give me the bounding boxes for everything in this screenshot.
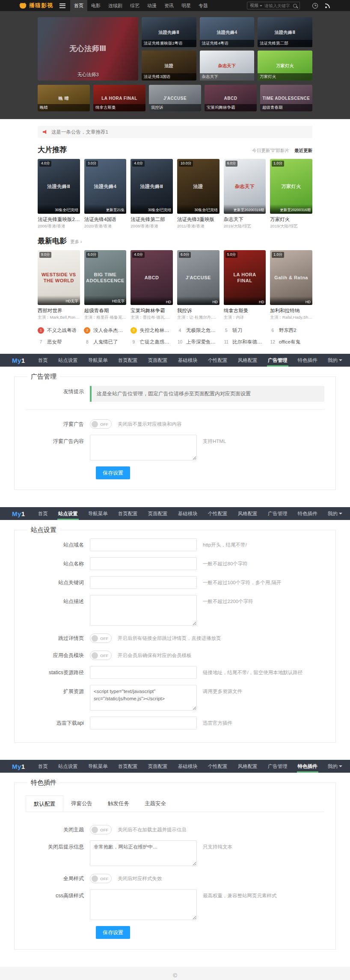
save-button[interactable]: 保存设置: [96, 466, 130, 479]
admin-nav-base-modules[interactable]: 基础模块: [178, 507, 198, 520]
admin-nav-home-config[interactable]: 首页配置: [118, 507, 138, 520]
admin-nav-ads[interactable]: 广告管理: [268, 760, 288, 773]
movie-card[interactable]: 3.0分法證先鋒4更新至21集 法证先锋4国语 2020/香港/香港: [84, 159, 127, 229]
menu-icon[interactable]: [59, 3, 65, 8]
admin-nav-home-config[interactable]: 首页配置: [118, 354, 138, 367]
statics-path-input[interactable]: [90, 666, 197, 679]
ranking-item[interactable]: 12office有鬼: [270, 339, 312, 345]
admin-nav-base-modules[interactable]: 基础模块: [178, 354, 198, 367]
admin-nav-personal-config[interactable]: 个性配置: [208, 354, 228, 367]
movie-card[interactable]: 4.0分法證先鋒Ⅱ30集全/已完结 法证先锋第二部 2008/香港/香港: [131, 159, 173, 229]
more-link[interactable]: 更多 ›: [70, 239, 82, 245]
movie-card[interactable]: 6.0分杂志天下更新至20200319期 杂志天下 2019/大陆/综艺: [224, 159, 266, 229]
nav-series[interactable]: 连续剧: [104, 0, 126, 11]
admin-nav-site-settings[interactable]: 站点设置: [58, 760, 78, 773]
search-icon[interactable]: [293, 4, 297, 8]
nav-news[interactable]: 资讯: [160, 0, 178, 11]
ranking-item[interactable]: 8人鬼情已了: [84, 339, 127, 345]
admin-nav-base-modules[interactable]: 基础模块: [178, 760, 198, 773]
movie-card[interactable]: 4.0分法證先鋒Ⅱ30集全/已完结 法证先锋重映版2粤语 2008/香港/香港: [38, 159, 80, 229]
search-channel-select[interactable]: 视频: [250, 3, 262, 9]
admin-logo[interactable]: My1: [12, 357, 25, 364]
admin-nav-plugins[interactable]: 特色插件: [298, 760, 317, 773]
ranking-item[interactable]: 6野东西2: [270, 327, 312, 334]
admin-nav-menu[interactable]: 导航菜单: [88, 354, 108, 367]
admin-user-menu[interactable]: 我的: [328, 760, 342, 773]
nav-movies[interactable]: 电影: [87, 0, 104, 11]
tab-popup-notice[interactable]: 弹窗公告: [63, 795, 100, 812]
site-logo-text[interactable]: 播猫影视: [29, 2, 53, 9]
strip-thumb[interactable]: J'ACCUSE我控诉: [149, 85, 201, 111]
hero-thumb[interactable]: 法證先鋒Ⅱ法证先锋第二部: [258, 17, 312, 47]
admin-nav-ads[interactable]: 广告管理: [268, 507, 288, 520]
nav-topics[interactable]: 专题: [195, 0, 212, 11]
tab-default-config[interactable]: 默认配置: [26, 795, 63, 812]
close-message-textarea[interactable]: 非常抱歉，网站正在维护中…: [90, 840, 197, 866]
hero-thumb[interactable]: 法證法证先锋3国语: [142, 51, 196, 81]
thunder-api-input[interactable]: [90, 717, 197, 729]
movie-card[interactable]: 1.0分万家灯火更新至20200316期 万家灯火 2019/大陆/综艺: [270, 159, 312, 229]
movie-card[interactable]: 6.0分J'ACCUSEHD 我控诉 主演：让·杜雅尔丹,路易·加瑞尔…: [177, 250, 219, 320]
site-description-textarea[interactable]: [90, 595, 197, 626]
hero-thumb[interactable]: 法證先鋒Ⅱ法证先锋重映版2粤语: [142, 17, 196, 47]
nav-variety[interactable]: 综艺: [126, 0, 143, 11]
admin-nav-style-config[interactable]: 风格配置: [238, 354, 258, 367]
movie-card[interactable]: 4.0分ABCDHD 宝莱坞舞林争霸 主演：普拉布·德瓦,Ganesh,Ach…: [131, 250, 173, 320]
strip-thumb[interactable]: TIME ADOLESCENCE超级青春期: [260, 85, 312, 111]
admin-nav-ads[interactable]: 广告管理: [268, 354, 288, 367]
ranking-item[interactable]: 4无极限之危情速递: [177, 327, 219, 334]
ranking-item[interactable]: 3失控之枪林弹雨: [131, 327, 173, 334]
admin-nav-personal-config[interactable]: 个性配置: [208, 760, 228, 773]
strip-thumb[interactable]: ABCD宝莱坞舞林争霸: [205, 85, 257, 111]
strip-thumb[interactable]: 晚 晴晚晴: [38, 85, 90, 111]
save-button[interactable]: 保存设置: [96, 926, 130, 939]
rss-icon[interactable]: [325, 3, 330, 9]
admin-logo[interactable]: My1: [12, 510, 25, 517]
movie-card[interactable]: 5.0分LA HORA FINALHD 缉拿古斯曼 主演：内详: [224, 250, 266, 320]
strip-thumb[interactable]: LA HORA FINAL缉拿古斯曼: [93, 85, 145, 111]
admin-nav-page-config[interactable]: 页面配置: [148, 354, 168, 367]
search-input[interactable]: [264, 3, 291, 8]
recent-update-link[interactable]: 最近更新: [294, 148, 312, 154]
admin-nav-style-config[interactable]: 风格配置: [238, 507, 258, 520]
admin-nav-page-config[interactable]: 页面配置: [148, 760, 168, 773]
css-style-textarea[interactable]: [90, 889, 197, 920]
tab-theme-security[interactable]: 主题安全: [137, 795, 174, 812]
admin-nav-style-config[interactable]: 风格配置: [238, 760, 258, 773]
admin-user-menu[interactable]: 我的: [328, 507, 342, 520]
nav-home[interactable]: 首页: [70, 0, 87, 11]
float-ad-toggle[interactable]: OFF: [90, 419, 112, 429]
site-keywords-input[interactable]: [90, 576, 197, 589]
tab-trigger-task[interactable]: 触发任务: [100, 795, 137, 812]
admin-nav-page-config[interactable]: 页面配置: [148, 507, 168, 520]
close-theme-toggle[interactable]: OFF: [90, 825, 112, 834]
site-domain-input[interactable]: [90, 538, 197, 551]
admin-nav-home[interactable]: 首页: [38, 507, 48, 520]
admin-nav-home-config[interactable]: 首页配置: [118, 760, 138, 773]
ranking-item[interactable]: 9亡徒之蛊惑人心: [131, 339, 173, 345]
site-name-input[interactable]: [90, 557, 197, 570]
admin-user-menu[interactable]: 我的: [328, 354, 342, 367]
movie-card[interactable]: 6.0分BIG TIME ADOLESCENCEHD无字 超级青春期 主演：格里…: [84, 250, 127, 320]
nav-stars[interactable]: 明星: [178, 0, 195, 11]
movie-card[interactable]: 10.0分法證30集全/已完结 法证先锋3重映版 2011/香港/香港: [177, 159, 219, 229]
hero-thumb[interactable]: 杂志天下杂志天下: [200, 51, 255, 81]
member-module-toggle[interactable]: OFF: [90, 651, 112, 660]
ranking-item[interactable]: 1不义之战粤语: [38, 327, 80, 334]
admin-nav-home[interactable]: 首页: [38, 760, 48, 773]
float-ad-content-textarea[interactable]: [90, 435, 197, 460]
notice-bar[interactable]: 这是一条公告，文章推荐1: [38, 126, 312, 138]
ranking-item[interactable]: 2没人会杀杰西卡: [84, 327, 127, 334]
movie-card[interactable]: 9.0分WESTSIDE VS THE WORLDHD无字 西部对世界 主演：M…: [38, 250, 80, 320]
history-clock-icon[interactable]: [312, 3, 318, 9]
hero-thumb[interactable]: 万家灯火万家灯火: [258, 51, 312, 81]
ranking-item[interactable]: 10上帝深爱鱼子酱: [177, 339, 219, 345]
admin-logo[interactable]: My1: [12, 763, 25, 770]
admin-nav-home[interactable]: 首页: [38, 354, 48, 367]
admin-nav-plugins[interactable]: 特色插件: [298, 507, 317, 520]
admin-nav-menu[interactable]: 导航菜单: [88, 507, 108, 520]
movie-card[interactable]: 1.0分Galih & RatnaHD 加利和拉特纳 主演：Rafal,Hady…: [270, 250, 312, 320]
skip-detail-toggle[interactable]: OFF: [90, 633, 112, 643]
ranking-item[interactable]: 11比尔和泰德历险记: [223, 339, 266, 345]
ranking-item[interactable]: 7恶女帮: [38, 339, 80, 345]
